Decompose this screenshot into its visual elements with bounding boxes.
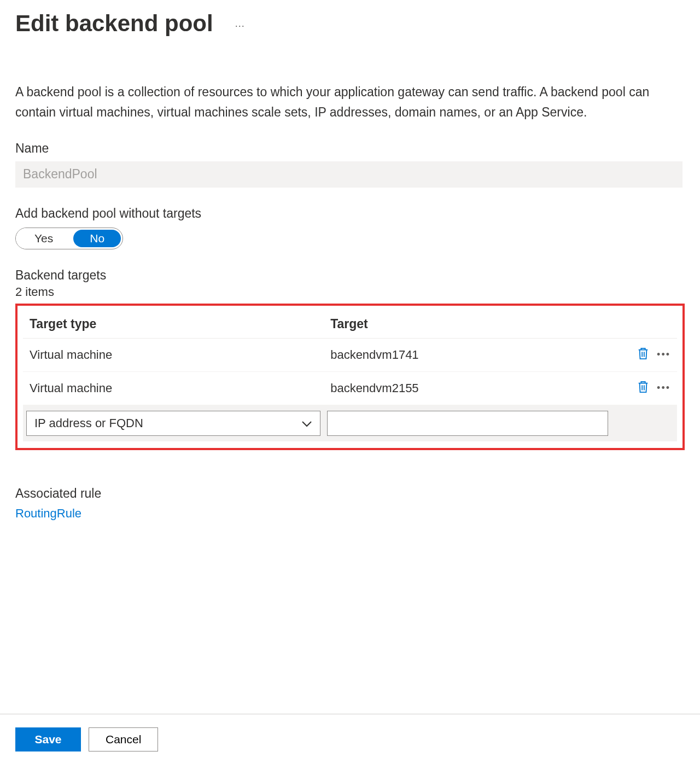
footer-bar: Save Cancel bbox=[0, 714, 700, 765]
col-header-target: Target bbox=[324, 311, 611, 339]
target-type-cell: Virtual machine bbox=[23, 338, 324, 371]
delete-icon[interactable] bbox=[637, 380, 649, 397]
target-cell: backendvm2155 bbox=[324, 371, 611, 405]
targets-highlight-box: Target type Target Virtual machine backe… bbox=[15, 304, 685, 450]
table-row: Virtual machine backendvm1741 bbox=[23, 338, 677, 371]
target-type-select[interactable]: IP address or FQDN bbox=[26, 411, 320, 436]
delete-icon[interactable] bbox=[637, 346, 649, 364]
page-title: Edit backend pool bbox=[15, 10, 213, 37]
target-type-cell: Virtual machine bbox=[23, 371, 324, 405]
without-targets-toggle[interactable]: Yes No bbox=[15, 228, 123, 249]
cancel-button[interactable]: Cancel bbox=[89, 727, 158, 751]
associated-rule-link[interactable]: RoutingRule bbox=[15, 506, 81, 521]
targets-table: Target type Target Virtual machine backe… bbox=[23, 311, 677, 441]
name-label: Name bbox=[15, 141, 685, 156]
more-menu-icon[interactable]: ··· bbox=[235, 20, 245, 32]
new-target-row: IP address or FQDN bbox=[23, 405, 677, 441]
description-text: A backend pool is a collection of resour… bbox=[15, 82, 672, 123]
toggle-yes[interactable]: Yes bbox=[16, 228, 72, 249]
col-header-type: Target type bbox=[23, 311, 324, 339]
name-input bbox=[15, 161, 682, 188]
target-value-input[interactable] bbox=[327, 411, 608, 436]
backend-targets-label: Backend targets bbox=[15, 268, 685, 283]
row-more-icon[interactable]: ••• bbox=[657, 349, 670, 360]
save-button[interactable]: Save bbox=[15, 727, 81, 751]
row-more-icon[interactable]: ••• bbox=[657, 382, 670, 394]
associated-rule-label: Associated rule bbox=[15, 486, 685, 501]
toggle-no[interactable]: No bbox=[73, 230, 121, 247]
without-targets-label: Add backend pool without targets bbox=[15, 206, 685, 221]
target-cell: backendvm1741 bbox=[324, 338, 611, 371]
col-header-actions bbox=[611, 311, 677, 339]
chevron-down-icon bbox=[301, 416, 312, 430]
target-type-select-value: IP address or FQDN bbox=[34, 416, 143, 430]
items-count: 2 items bbox=[15, 285, 685, 299]
table-row: Virtual machine backendvm2155 bbox=[23, 371, 677, 405]
